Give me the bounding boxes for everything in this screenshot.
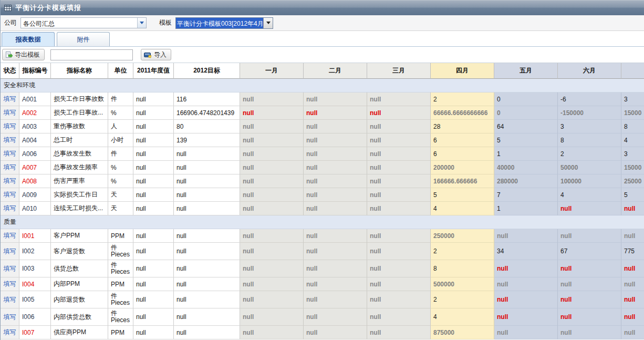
month-value-cell: 3 [621, 147, 644, 161]
month-value: null [370, 329, 381, 336]
fill-in-link[interactable]: 填写 [4, 190, 16, 199]
month-value: null [306, 205, 317, 212]
export-template-button[interactable]: 导出模板 [2, 49, 45, 60]
fill-in-link[interactable]: 填写 [4, 122, 16, 131]
month-value-cell: null [621, 202, 644, 215]
month-value-cell: null [367, 326, 431, 339]
indicator-code-cell: I004 [19, 277, 51, 291]
month-value: null [306, 248, 317, 255]
month-value: null [243, 205, 254, 212]
month-value-cell: 200000 [431, 161, 494, 174]
indicator-code: A006 [22, 150, 37, 158]
table-row: 填写A001损失工作日事故数件null116nullnullnull20-63 [1, 92, 644, 106]
month-column-header: 三月 [367, 63, 431, 79]
month-value-cell: 1 [494, 147, 558, 161]
month-value: 4 [560, 191, 564, 199]
month-value: null [370, 191, 381, 199]
unit-cell: PPM [108, 229, 133, 243]
month-value-cell: null [494, 277, 558, 291]
indicator-code-cell: A001 [19, 92, 51, 106]
month-value-cell: null [240, 277, 304, 291]
status-cell: 填写 [1, 106, 19, 120]
fill-in-link[interactable]: 填写 [4, 295, 16, 304]
indicator-name-cell: 总事故发生数 [51, 147, 108, 161]
indicator-code: I007 [22, 329, 34, 336]
indicator-code: I004 [22, 281, 34, 288]
month-value: 28 [433, 123, 440, 130]
month-value-cell: -6 [558, 92, 621, 106]
fill-in-link[interactable]: 填写 [4, 108, 16, 117]
indicator-code: A009 [22, 191, 37, 199]
month-value: 1 [497, 150, 501, 158]
fill-in-link[interactable]: 填写 [4, 280, 16, 289]
tab-bar: 报表数据 附件 [1, 31, 644, 47]
month-value: 15000 [624, 109, 641, 117]
month-value: null [243, 232, 254, 240]
indicator-name-cell: 总工时 [51, 133, 108, 147]
month-value: null [243, 281, 254, 288]
month-value-cell: 7 [494, 188, 558, 202]
month-value-cell: null [304, 202, 367, 215]
month-value: 34 [497, 248, 504, 255]
month-value: null [497, 232, 508, 240]
month-value-cell: null [367, 92, 431, 106]
unit-cell: 件 Pieces [108, 308, 133, 326]
template-dropdown-trigger[interactable] [263, 18, 273, 28]
fill-in-link[interactable]: 填写 [4, 95, 16, 104]
value-2011-cell: null [133, 147, 174, 161]
month-value: 500000 [433, 281, 454, 288]
fill-in-link[interactable]: 填写 [4, 149, 16, 158]
month-value-cell: null [494, 308, 558, 326]
month-value-cell: null [304, 106, 367, 120]
unit-cell: % [108, 106, 133, 120]
month-value: null [370, 205, 381, 212]
fill-in-link[interactable]: 填写 [4, 231, 16, 240]
fill-in-link[interactable]: 填写 [4, 177, 16, 186]
month-value: null [624, 265, 635, 272]
template-select[interactable]: 平衡计分卡模板003[2012年4月] [175, 17, 273, 29]
month-value-cell: 250000 [431, 229, 494, 243]
month-value-cell: null [240, 326, 304, 339]
value-2011-cell: null [133, 120, 174, 133]
target-2012-cell: null [174, 174, 240, 188]
import-file-input[interactable] [50, 49, 133, 60]
fill-in-link[interactable]: 填写 [4, 328, 16, 337]
company-dropdown-trigger[interactable] [137, 18, 146, 28]
status-cell: 填写 [1, 92, 19, 106]
value-2011-cell: null [133, 277, 174, 291]
company-combobox[interactable]: 各公司汇总 [20, 17, 147, 28]
unit-cell: PPM [108, 277, 133, 291]
indicator-code-cell: A003 [19, 120, 51, 133]
month-value: 67 [560, 248, 567, 255]
month-value-cell: 166666.666666 [431, 174, 494, 188]
month-column-header: 五月 [494, 63, 558, 79]
fill-in-link[interactable]: 填写 [4, 247, 16, 256]
tab-report-data[interactable]: 报表数据 [2, 32, 55, 46]
month-value: null [243, 329, 254, 336]
fill-in-link[interactable]: 填写 [4, 163, 16, 172]
fill-in-link[interactable]: 填写 [4, 136, 16, 145]
month-value-cell: 67 [558, 243, 621, 260]
month-value: null [243, 109, 254, 117]
month-value: null [560, 281, 572, 288]
month-value-cell: null [558, 260, 621, 277]
month-value-cell: 4 [621, 133, 644, 147]
month-value: null [624, 281, 635, 288]
fill-in-link[interactable]: 填写 [4, 204, 16, 213]
value-2011-cell: null [133, 260, 174, 277]
value-2011-cell: null [133, 133, 174, 147]
month-value: null [370, 296, 381, 303]
import-button[interactable]: 导入 [141, 49, 171, 60]
month-value: 8 [624, 123, 628, 130]
month-column-header [621, 63, 644, 79]
month-value: null [370, 123, 381, 130]
target-2012-cell: 166906.4748201439 [174, 106, 240, 120]
month-value: null [370, 150, 381, 158]
month-value-cell: null [558, 326, 621, 339]
fill-in-link[interactable]: 填写 [4, 313, 16, 322]
tab-attachments[interactable]: 附件 [57, 32, 110, 46]
month-value-cell: -150000 [558, 106, 621, 120]
month-value-cell: null [304, 277, 367, 291]
fill-in-link[interactable]: 填写 [4, 264, 16, 273]
month-value-cell: null [367, 260, 431, 277]
